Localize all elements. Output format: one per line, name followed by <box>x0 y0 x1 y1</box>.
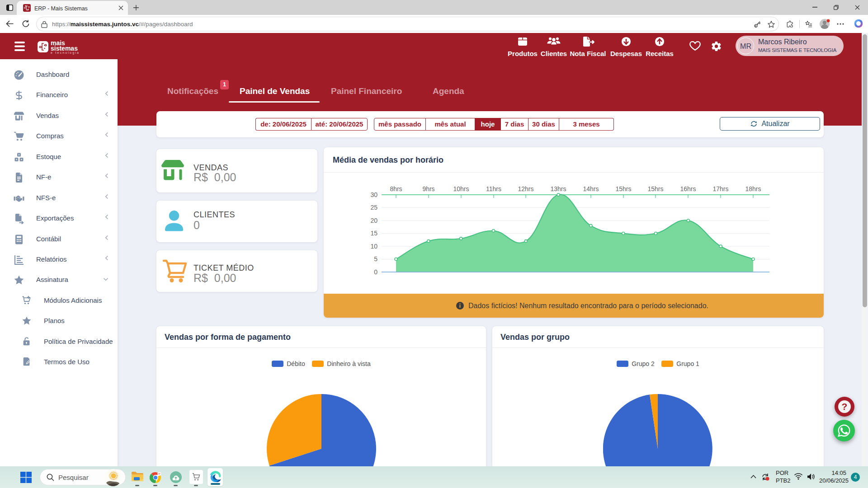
svg-text:9hrs: 9hrs <box>422 185 434 192</box>
svg-text:30: 30 <box>370 191 377 198</box>
svg-text:13hrs: 13hrs <box>550 185 566 192</box>
svg-text:10hrs: 10hrs <box>453 185 469 192</box>
svg-text:5: 5 <box>374 255 377 263</box>
svg-text:17hrs: 17hrs <box>712 185 728 192</box>
svg-text:15hrs: 15hrs <box>647 185 663 192</box>
svg-text:18hrs: 18hrs <box>745 185 761 192</box>
svg-text:20: 20 <box>370 217 377 224</box>
svg-text:8hrs: 8hrs <box>390 185 402 192</box>
svg-text:14hrs: 14hrs <box>583 185 599 192</box>
svg-text:11hrs: 11hrs <box>486 185 501 192</box>
svg-text:0: 0 <box>374 268 377 276</box>
svg-text:10: 10 <box>370 243 377 250</box>
svg-text:15hrs: 15hrs <box>615 185 631 192</box>
svg-text:12hrs: 12hrs <box>518 185 533 192</box>
svg-text:25: 25 <box>370 204 377 211</box>
svg-text:15: 15 <box>370 230 377 237</box>
svg-text:16hrs: 16hrs <box>680 185 696 192</box>
